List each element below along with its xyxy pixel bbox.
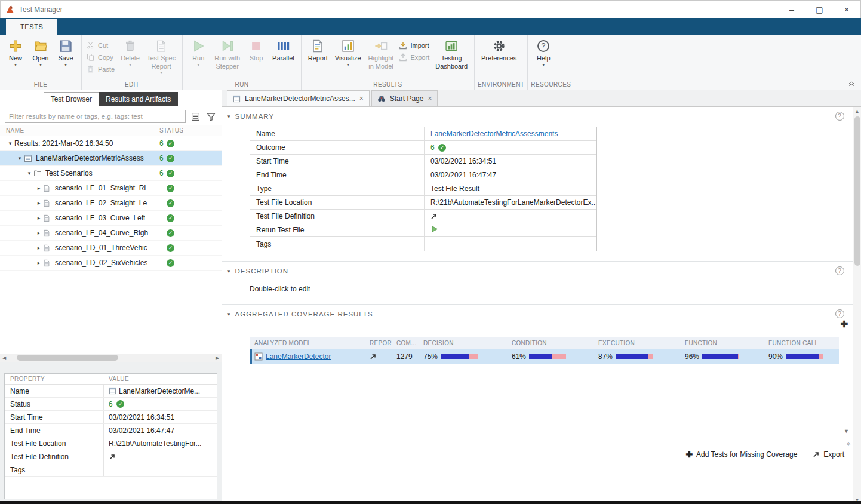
section-help-icon[interactable]: ? [835, 266, 844, 275]
doc-tab-test-file[interactable]: LaneMarkerDetectorMetricAsses... × [227, 90, 370, 106]
document-tab-bar: LaneMarkerDetectorMetricAsses... × Start… [222, 90, 861, 107]
close-button[interactable]: × [833, 1, 860, 18]
section-help-icon[interactable]: ? [835, 112, 844, 121]
description-section-header[interactable]: ▾ DESCRIPTION ? [222, 262, 861, 279]
copy-button[interactable]: Copy [86, 53, 115, 62]
help-button[interactable]: ? Help ▼ [531, 36, 556, 67]
expand-expander-icon[interactable]: ▸ [35, 185, 43, 191]
tree-row-scenario[interactable]: ▸ scenario_LD_02_SixVehicles ✓ [0, 256, 222, 271]
stop-button[interactable]: Stop [244, 36, 269, 63]
export-coverage-button[interactable]: Export [813, 450, 844, 459]
tab-tests[interactable]: TESTS [6, 19, 57, 35]
rerun-play-icon[interactable] [430, 225, 438, 235]
status-cell: ✓ [159, 199, 174, 207]
tree-row-scenario[interactable]: ▸ scenario_LF_04_Curve_Righ ✓ [0, 226, 222, 241]
cut-button[interactable]: Cut [86, 41, 115, 50]
expand-expander-icon[interactable]: ▸ [35, 230, 43, 236]
test-file-link[interactable]: LaneMarkerDetectorMetricAssessments [430, 130, 558, 138]
summary-row-end-time: End Time 03/02/2021 16:47:47 [250, 168, 596, 182]
tree-row-scenario[interactable]: ▸ scenario_LF_01_Straight_Ri ✓ [0, 181, 222, 196]
scrollbar-thumb[interactable] [17, 355, 118, 361]
col-condition: CONDITION [507, 337, 594, 349]
title-bar: Test Manager – ▢ × [0, 0, 861, 18]
tree-row-scenario[interactable]: ▸ scenario_LF_02_Straight_Le ✓ [0, 196, 222, 211]
preferences-button-label: Preferences [481, 54, 516, 62]
scrollbar-thumb[interactable] [854, 116, 860, 266]
test-file-icon [109, 387, 116, 395]
cut-button-label: Cut [98, 42, 108, 49]
save-button[interactable]: Save ▼ [53, 36, 78, 67]
expand-expander-icon[interactable]: ▸ [35, 245, 43, 251]
delete-button[interactable]: Delete ▼ [117, 36, 143, 67]
horizontal-scrollbar[interactable]: ◀ ▶ [0, 354, 222, 362]
resize-grip-icon[interactable]: ≡ [845, 441, 852, 448]
tree-row-results-root[interactable]: ▾ Results: 2021-Mar-02 16:34:50 6✓ [0, 136, 222, 151]
testing-dashboard-button[interactable]: Testing Dashboard [432, 36, 471, 70]
tab-results-and-artifacts[interactable]: Results and Artifacts [99, 92, 178, 106]
run-button-label: Run [192, 54, 204, 62]
pass-count: 6 [159, 139, 165, 147]
preferences-button[interactable]: Preferences [478, 36, 520, 63]
goto-arrow-icon[interactable] [430, 213, 438, 220]
complexity-value: 1279 [392, 352, 419, 361]
tree-row-scenario[interactable]: ▸ scenario_LF_03_Curve_Left ✓ [0, 211, 222, 226]
run-button[interactable]: Run ▼ [186, 36, 211, 67]
scroll-left-icon[interactable]: ◀ [0, 355, 8, 361]
new-button[interactable]: New ▼ [3, 36, 28, 67]
expand-expander-icon[interactable]: ▸ [35, 200, 43, 206]
summary-section-header[interactable]: ▾ SUMMARY ? [222, 107, 861, 124]
section-help-icon[interactable]: ? [835, 309, 844, 318]
description-placeholder[interactable]: Double-click to edit [222, 279, 861, 304]
expand-expander-icon[interactable]: ▸ [35, 215, 43, 221]
coverage-scroll-down-icon[interactable]: ▼ [844, 428, 849, 434]
scroll-right-icon[interactable]: ▶ [213, 355, 222, 361]
minimize-button[interactable]: – [778, 1, 805, 18]
report-goto-arrow-icon[interactable] [370, 353, 377, 360]
coverage-section-header[interactable]: ▾ AGGREGATED COVERAGE RESULTS ? [222, 305, 861, 322]
export-button[interactable]: Export [398, 53, 429, 62]
highlight-in-model-button[interactable]: Highlight in Model [365, 36, 398, 70]
collapse-expander-icon[interactable]: ▾ [25, 170, 33, 176]
run-with-stepper-button[interactable]: Run with Stepper [211, 36, 244, 70]
collapse-expander-icon[interactable]: ▾ [16, 155, 24, 161]
tab-test-browser[interactable]: Test Browser [44, 92, 99, 106]
toolbar-group-resources: ? Help ▼ RESOURCES [528, 35, 574, 90]
tree-row-test-file[interactable]: ▾ LaneMarkerDetectorMetricAssess 6✓ [0, 151, 222, 166]
maximize-button[interactable]: ▢ [805, 1, 833, 18]
summary-label: Outcome [250, 141, 424, 154]
export-label: Export [823, 450, 844, 459]
list-view-icon[interactable] [189, 110, 201, 122]
parallel-button[interactable]: Parallel [269, 36, 298, 63]
test-spec-report-label-line2: Report [152, 63, 171, 70]
model-link[interactable]: LaneMarkerDetector [266, 352, 331, 361]
add-tests-for-missing-coverage-button[interactable]: ✚ Add Tests for Missing Coverage [685, 450, 797, 459]
status-cell: 6✓ [159, 154, 174, 162]
document-icon [153, 38, 169, 54]
open-icon [33, 38, 48, 54]
plus-icon: ✚ [685, 450, 693, 459]
scroll-up-icon[interactable]: ▲ [853, 107, 861, 115]
collapse-expander-icon[interactable]: ▾ [6, 140, 14, 146]
tree-row-scenario[interactable]: ▸ scenario_LD_01_ThreeVehic ✓ [0, 241, 222, 256]
paste-button[interactable]: Paste [86, 64, 115, 73]
visualize-button[interactable]: Visualize ▼ [331, 36, 365, 67]
vertical-scrollbar[interactable]: ▲ ▼ [853, 107, 861, 504]
close-tab-icon[interactable]: × [359, 94, 364, 103]
report-button[interactable]: Report [305, 36, 331, 63]
test-spec-report-button[interactable]: Test Spec Report ▼ [143, 36, 179, 75]
filter-funnel-icon[interactable] [205, 110, 217, 122]
coverage-row[interactable]: LaneMarkerDetector 1279 75% 61% 87% 96% … [250, 349, 839, 364]
collapse-ribbon-icon[interactable] [847, 79, 856, 87]
close-tab-icon[interactable]: × [428, 94, 432, 103]
filter-results-input[interactable] [5, 110, 186, 123]
open-button[interactable]: Open ▼ [28, 36, 53, 67]
doc-tab-start-page[interactable]: Start Page × [371, 90, 438, 106]
group-label-run: RUN [186, 81, 297, 90]
coverage-table: ANALYZED MODEL REPORT COM... DECISION CO… [250, 337, 839, 364]
add-coverage-column-icon[interactable]: ✚ [840, 319, 848, 330]
expand-expander-icon[interactable]: ▸ [35, 260, 43, 266]
tree-row-test-suite[interactable]: ▾ Test Scenarios 6✓ [0, 166, 222, 181]
goto-arrow-icon[interactable] [109, 453, 116, 460]
import-button[interactable]: Import [398, 41, 429, 50]
doc-tab-label: LaneMarkerDetectorMetricAsses... [245, 94, 355, 103]
